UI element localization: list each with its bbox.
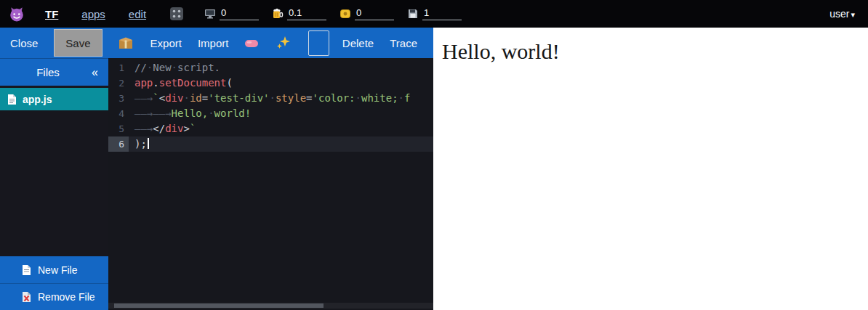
code-line-content[interactable]: ); (129, 136, 433, 152)
scrollbar-thumb[interactable] (114, 303, 324, 308)
counter-monitor: 0 (204, 7, 259, 20)
user-menu[interactable]: user▾ (829, 8, 868, 20)
soap-button[interactable] (244, 38, 259, 49)
code-line-content[interactable]: app.setDocument( (129, 76, 433, 91)
save-button[interactable]: Save (54, 29, 102, 57)
line-number: 3 (108, 91, 129, 106)
delete-button[interactable]: Delete (342, 37, 374, 49)
code-editor[interactable]: 1//·New·script.2app.setDocument(3——→`<di… (108, 58, 433, 310)
line-number: 5 (108, 121, 129, 136)
new-file-label: New File (38, 264, 77, 276)
counter-floppy-value[interactable]: 1 (422, 7, 462, 20)
remove-file-label: Remove File (38, 291, 95, 303)
editor-lines: 1//·New·script.2app.setDocument(3——→`<di… (108, 60, 433, 152)
file-name: app.js (23, 94, 52, 105)
link-edit[interactable]: edit (129, 8, 146, 20)
caret-down-icon: ▾ (851, 10, 855, 19)
text-cursor (148, 138, 149, 149)
sidebar-actions: New File Remove File (0, 256, 108, 310)
collapse-sidebar-button[interactable]: « (89, 66, 101, 79)
monitor-icon (204, 8, 216, 20)
code-line-content[interactable]: ——→——→Hello,·world! (129, 106, 433, 121)
link-apps[interactable]: apps (81, 8, 105, 20)
editor-line[interactable]: 1//·New·script. (108, 60, 433, 76)
file-item-appjs[interactable]: app.js (0, 88, 108, 110)
line-number: 1 (108, 60, 129, 76)
horizontal-scrollbar[interactable] (108, 303, 433, 309)
files-sidebar: Files « app.js (0, 58, 108, 310)
file-icon (7, 94, 17, 105)
import-button[interactable]: Import (198, 37, 229, 49)
dice-grid-icon[interactable] (169, 7, 184, 21)
floppy-icon (407, 8, 419, 20)
beer-icon (272, 8, 284, 20)
sparkles-button[interactable] (276, 36, 291, 50)
editor-line[interactable]: 5——→</div>` (108, 121, 433, 136)
editor-line[interactable]: 6); (108, 136, 433, 152)
counter-beer: 0.1 (272, 7, 326, 20)
remove-file-button[interactable]: Remove File (0, 283, 108, 310)
remove-file-icon (22, 291, 31, 303)
line-number: 4 (108, 106, 129, 121)
link-tf[interactable]: TF (45, 8, 58, 20)
devil-face-icon (9, 6, 25, 22)
editor-line[interactable]: 4——→——→Hello,·world! (108, 106, 433, 121)
editor-line[interactable]: 2app.setDocument( (108, 76, 433, 91)
package-icon (118, 36, 133, 49)
new-file-button[interactable]: New File (0, 256, 108, 283)
new-file-icon (22, 264, 31, 276)
topbar: TF apps edit 0 (0, 0, 868, 28)
user-menu-label: user (829, 8, 849, 20)
line-number: 6 (108, 136, 129, 152)
counter-monitor-value[interactable]: 0 (220, 7, 259, 20)
editor-line[interactable]: 3——→`<div·id='test-div'·style='color:·wh… (108, 91, 433, 106)
sparkles-icon (276, 36, 291, 50)
counter-coin-value[interactable]: 0 (355, 7, 394, 20)
code-line-content[interactable]: ——→</div>` (129, 121, 433, 136)
soap-icon (244, 38, 259, 49)
files-panel-title: Files (7, 66, 89, 78)
export-button[interactable]: Export (150, 37, 182, 49)
files-panel-header: Files « (0, 58, 108, 86)
coin-icon (339, 8, 351, 20)
code-line-content[interactable]: ——→`<div·id='test-div'·style='color:·whi… (129, 91, 433, 106)
trace-button[interactable]: Trace (390, 37, 417, 49)
counter-coin: 0 (339, 7, 394, 20)
editor-toolbar: Close Save Export Import (0, 28, 433, 58)
line-number: 2 (108, 76, 129, 91)
counter-floppy: 1 (407, 7, 462, 20)
rendered-output: Hello, world! (442, 39, 868, 64)
preview-pane: Hello, world! (433, 28, 868, 310)
close-button[interactable]: Close (10, 37, 38, 49)
blank-button[interactable] (308, 30, 329, 56)
code-line-content[interactable]: //·New·script. (129, 60, 433, 76)
package-button[interactable] (118, 36, 133, 49)
counter-beer-value[interactable]: 0.1 (287, 7, 326, 20)
